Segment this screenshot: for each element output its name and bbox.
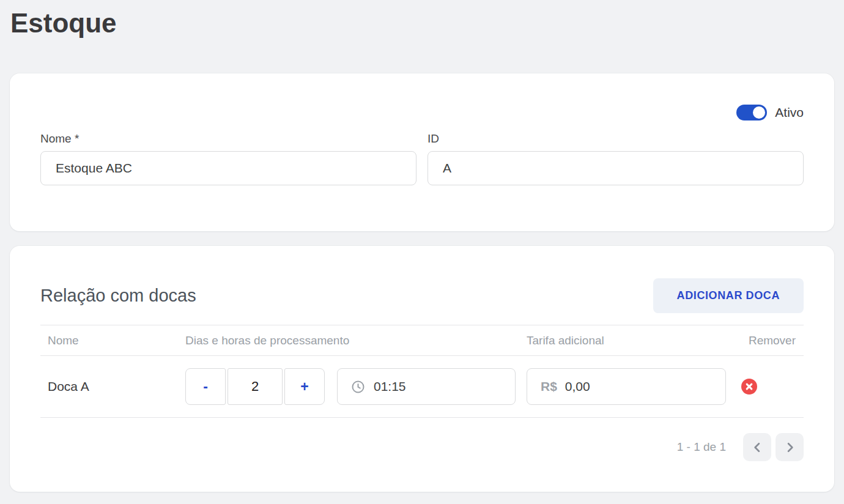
next-page-button[interactable]: [776, 433, 804, 461]
docks-card-title: Relação com docas: [40, 286, 196, 306]
decrease-days-button[interactable]: -: [185, 368, 226, 405]
chevron-left-icon: [750, 440, 764, 454]
name-field-group: Nome *: [40, 132, 416, 185]
processing-time-field[interactable]: [337, 368, 516, 405]
processing-time-input[interactable]: [374, 379, 502, 394]
column-header-remove: Remover: [733, 334, 804, 347]
id-field-group: ID: [428, 132, 804, 185]
column-header-name: Nome: [40, 334, 185, 347]
remove-cell: [733, 379, 804, 395]
currency-prefix: R$: [541, 379, 557, 394]
status-toggle-row: Ativo: [40, 73, 804, 120]
tariff-input[interactable]: [565, 379, 712, 394]
docks-table: Nome Dias e horas de processamento Tarif…: [40, 325, 804, 418]
remove-icon: [741, 379, 757, 395]
table-row: Doca A - 2 +: [40, 356, 804, 418]
chevron-right-icon: [783, 440, 797, 454]
days-stepper: - 2 +: [185, 368, 325, 405]
docks-card: Relação com docas ADICIONAR DOCA Nome Di…: [10, 246, 834, 492]
remove-dock-button[interactable]: [741, 379, 757, 395]
previous-page-button[interactable]: [743, 433, 771, 461]
toggle-knob: [753, 106, 765, 119]
active-toggle[interactable]: [736, 105, 767, 120]
clock-icon: [351, 380, 365, 394]
name-input[interactable]: [40, 151, 416, 185]
column-header-tariff: Tarifa adicional: [527, 334, 733, 347]
dock-name-cell: Doca A: [40, 379, 185, 394]
id-input[interactable]: [428, 151, 804, 185]
stock-info-card: Ativo Nome * ID: [10, 73, 834, 231]
stock-fields-row: Nome * ID: [40, 132, 804, 185]
pagination: 1 - 1 de 1: [40, 433, 804, 461]
name-field-label: Nome *: [40, 132, 416, 146]
docks-card-header: Relação com docas ADICIONAR DOCA: [40, 246, 804, 313]
docks-table-header-row: Nome Dias e horas de processamento Tarif…: [40, 325, 804, 356]
processing-cell: - 2 +: [185, 368, 527, 405]
days-value[interactable]: 2: [228, 368, 283, 405]
add-dock-button[interactable]: ADICIONAR DOCA: [653, 278, 804, 313]
column-header-processing: Dias e horas de processamento: [185, 334, 527, 347]
tariff-cell: R$: [527, 368, 733, 405]
tariff-field[interactable]: R$: [527, 368, 726, 405]
pagination-range-label: 1 - 1 de 1: [677, 440, 726, 454]
page-title: Estoque: [0, 0, 844, 39]
increase-days-button[interactable]: +: [284, 368, 325, 405]
id-field-label: ID: [428, 132, 804, 146]
active-toggle-label: Ativo: [775, 105, 804, 120]
